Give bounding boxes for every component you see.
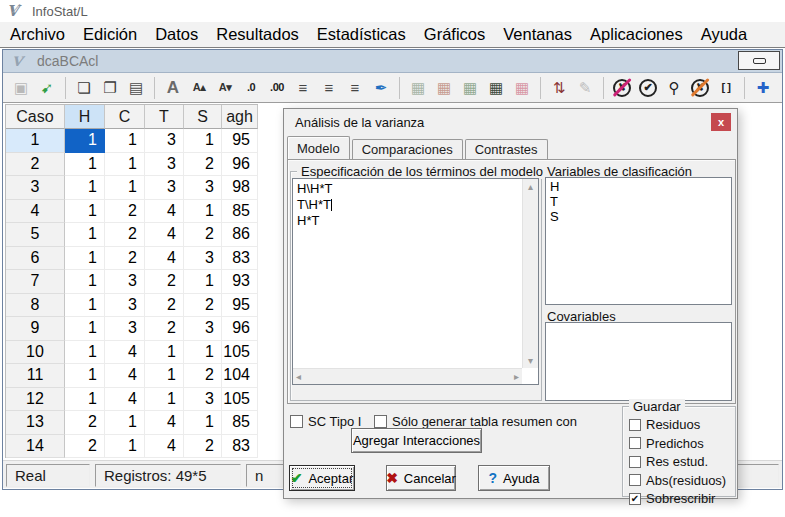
cell[interactable]: 1	[105, 153, 145, 177]
column-header-t[interactable]: T	[145, 105, 184, 129]
cell[interactable]: 3	[145, 129, 184, 153]
row-header[interactable]: 1	[6, 129, 65, 153]
sobrescribir-checkbox[interactable]: ✔Sobrescribir	[629, 491, 735, 506]
cell[interactable]: 96	[222, 317, 258, 341]
cancel-button[interactable]: ✖Cancelar	[386, 465, 456, 491]
abs-residuos-checkbox[interactable]: Abs(residuos)	[629, 473, 735, 488]
row-header[interactable]: 6	[6, 247, 65, 271]
row-header[interactable]: 9	[6, 317, 65, 341]
cell[interactable]: 2	[184, 223, 222, 247]
paste-button[interactable]: ❐	[97, 76, 123, 100]
cell[interactable]: 3	[105, 317, 145, 341]
scroll-left-icon[interactable]: ◂	[296, 371, 301, 382]
cell[interactable]: 1	[65, 129, 105, 153]
cell[interactable]: 3	[184, 388, 222, 412]
row-header[interactable]: 8	[6, 294, 65, 318]
accept-button[interactable]: ✔Aceptar	[289, 465, 355, 491]
edit-cell-button[interactable]: ✎	[572, 76, 598, 100]
cell[interactable]: 93	[222, 270, 258, 294]
predichos-checkbox[interactable]: Predichos	[629, 436, 735, 451]
cell[interactable]: 1	[65, 200, 105, 224]
row-header[interactable]: 4	[6, 200, 65, 224]
list-item[interactable]: H	[550, 179, 727, 194]
decimals-decrease-button[interactable]: .0	[238, 76, 264, 100]
cell[interactable]: 85	[222, 200, 258, 224]
save-button[interactable]: ▣	[8, 76, 34, 100]
minimize-button[interactable]	[738, 51, 780, 70]
cell[interactable]: 1	[184, 341, 222, 365]
residuos-checkbox[interactable]: Residuos	[629, 417, 735, 432]
sc-tipo-i-checkbox[interactable]: SC Tipo I	[290, 414, 361, 429]
cell[interactable]: 4	[145, 223, 184, 247]
tab-comparaciones[interactable]: Comparaciones	[352, 139, 463, 159]
export-data-button[interactable]: ➹	[34, 76, 60, 100]
cell[interactable]: 1	[145, 388, 184, 412]
scroll-right-icon[interactable]: ▸	[514, 371, 519, 382]
cell[interactable]: 83	[222, 435, 258, 459]
new-edit-window-button[interactable]: ✚	[750, 76, 776, 100]
cell[interactable]: 1	[65, 247, 105, 271]
tabla-resumen-checkbox[interactable]: Sólo generar tabla resumen con	[374, 414, 577, 429]
cell[interactable]: 105	[222, 388, 258, 412]
cell[interactable]: 4	[145, 200, 184, 224]
deactivate-case-button[interactable]: ✘	[609, 76, 635, 100]
activate-case-button[interactable]: ✔	[635, 76, 661, 100]
cell[interactable]: 1	[184, 200, 222, 224]
cell[interactable]: 95	[222, 294, 258, 318]
cell[interactable]: 1	[145, 364, 184, 388]
menu-aplicaciones[interactable]: Aplicaciones	[581, 22, 692, 47]
res-estud-checkbox-box[interactable]	[629, 456, 641, 468]
cell[interactable]: 105	[222, 341, 258, 365]
cell[interactable]: 3	[145, 153, 184, 177]
help-button[interactable]: ?Ayuda	[478, 465, 550, 491]
classification-variables-list[interactable]: HTS	[545, 177, 732, 305]
cell[interactable]: 1	[65, 317, 105, 341]
cell[interactable]: 104	[222, 364, 258, 388]
cell[interactable]: 3	[184, 247, 222, 271]
cell[interactable]: 3	[184, 176, 222, 200]
deactivate-selection-button[interactable]: ✘	[687, 76, 713, 100]
menu-archivo[interactable]: Archivo	[1, 22, 74, 47]
cell[interactable]: 4	[105, 364, 145, 388]
cell[interactable]: 83	[222, 247, 258, 271]
covariables-list[interactable]	[545, 322, 732, 401]
cell[interactable]: 4	[145, 435, 184, 459]
tabla-resumen-checkbox-box[interactable]	[374, 415, 387, 428]
font-button[interactable]: A	[160, 76, 186, 100]
model-terms-input[interactable]: H\H*TT\H*TH*T ▴ ▾ ◂ ▸	[292, 178, 539, 385]
font-decrease-button[interactable]: A▾	[212, 76, 238, 100]
row-header[interactable]: 7	[6, 270, 65, 294]
menu-datos[interactable]: Datos	[146, 22, 207, 47]
sobrescribir-checkbox-box[interactable]: ✔	[629, 493, 641, 505]
menu-resultados[interactable]: Resultados	[207, 22, 308, 47]
cell[interactable]: 2	[184, 294, 222, 318]
cell[interactable]: 1	[184, 411, 222, 435]
scroll-down-icon[interactable]: ▾	[528, 355, 533, 366]
align-center-button[interactable]: ≡	[316, 76, 342, 100]
column-header-s[interactable]: S	[184, 105, 222, 129]
cell[interactable]: 1	[65, 364, 105, 388]
cell[interactable]: 4	[105, 341, 145, 365]
font-increase-button[interactable]: A▴	[186, 76, 212, 100]
cell[interactable]: 4	[145, 411, 184, 435]
sc-tipo-i-checkbox-box[interactable]	[290, 415, 303, 428]
cell[interactable]: 86	[222, 223, 258, 247]
list-item[interactable]: T	[550, 194, 727, 209]
cell[interactable]: 1	[105, 411, 145, 435]
brackets-button[interactable]: [ ]	[713, 76, 739, 100]
insert-row-button[interactable]: ▦	[457, 76, 483, 100]
cell[interactable]: 96	[222, 153, 258, 177]
residuos-checkbox-box[interactable]	[629, 419, 641, 431]
cell[interactable]: 85	[222, 411, 258, 435]
cell[interactable]: 2	[184, 153, 222, 177]
menu-estadisticas[interactable]: Estadísticas	[308, 22, 415, 47]
scroll-up-icon[interactable]: ▴	[528, 181, 533, 192]
row-header[interactable]: 10	[6, 341, 65, 365]
res-estud-checkbox[interactable]: Res estud.	[629, 454, 735, 469]
insert-column-button[interactable]: ▦	[405, 76, 431, 100]
cell[interactable]: 1	[184, 270, 222, 294]
cell[interactable]: 1	[65, 270, 105, 294]
column-header-caso[interactable]: Caso	[6, 105, 65, 129]
dialog-titlebar[interactable]: Análisis de la varianza x	[284, 109, 737, 135]
sort-cases-button[interactable]: ⇅	[546, 76, 572, 100]
